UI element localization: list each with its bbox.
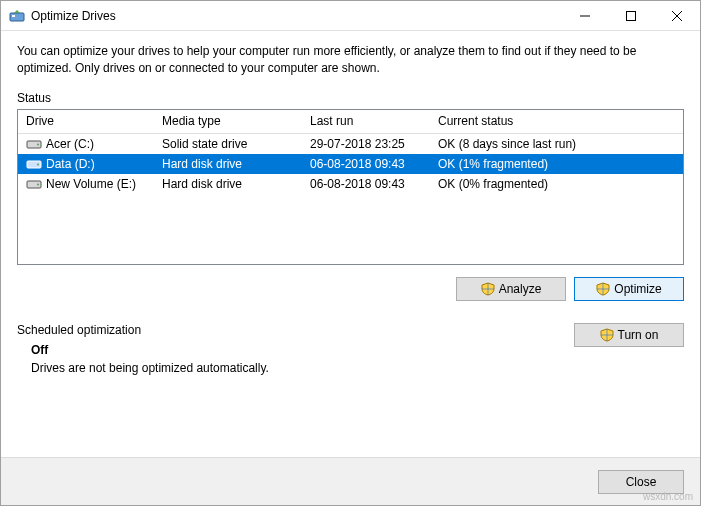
drives-list: Drive Media type Last run Current status… bbox=[17, 109, 684, 265]
shield-icon bbox=[600, 328, 614, 342]
svg-point-6 bbox=[37, 163, 39, 165]
drive-media: Solid state drive bbox=[154, 137, 302, 151]
drive-name: Acer (C:) bbox=[46, 137, 94, 151]
drive-status: OK (0% fragmented) bbox=[430, 177, 683, 191]
turn-on-button[interactable]: Turn on bbox=[574, 323, 684, 347]
intro-text: You can optimize your drives to help you… bbox=[17, 43, 684, 77]
schedule-label: Scheduled optimization bbox=[17, 323, 574, 337]
svg-point-8 bbox=[37, 183, 39, 185]
drive-icon bbox=[26, 138, 42, 150]
col-header-last[interactable]: Last run bbox=[302, 114, 430, 128]
drive-name: Data (D:) bbox=[46, 157, 95, 171]
table-row[interactable]: Data (D:)Hard disk drive06-08-2018 09:43… bbox=[18, 154, 683, 174]
analyze-button[interactable]: Analyze bbox=[456, 277, 566, 301]
analyze-label: Analyze bbox=[499, 282, 542, 296]
drive-icon bbox=[26, 178, 42, 190]
drive-lastrun: 29-07-2018 23:25 bbox=[302, 137, 430, 151]
drive-lastrun: 06-08-2018 09:43 bbox=[302, 177, 430, 191]
svg-point-4 bbox=[37, 143, 39, 145]
drive-icon bbox=[26, 158, 42, 170]
drive-media: Hard disk drive bbox=[154, 157, 302, 171]
status-label: Status bbox=[17, 91, 684, 105]
col-header-status[interactable]: Current status bbox=[430, 114, 683, 128]
list-body: Acer (C:)Solid state drive29-07-2018 23:… bbox=[18, 134, 683, 264]
drive-name: New Volume (E:) bbox=[46, 177, 136, 191]
turn-on-label: Turn on bbox=[618, 328, 659, 342]
action-buttons: Analyze Optimize bbox=[17, 277, 684, 301]
titlebar: Optimize Drives bbox=[1, 1, 700, 31]
shield-icon bbox=[481, 282, 495, 296]
drive-status: OK (8 days since last run) bbox=[430, 137, 683, 151]
close-button[interactable] bbox=[654, 1, 700, 31]
schedule-desc: Drives are not being optimized automatic… bbox=[31, 361, 574, 375]
shield-icon bbox=[596, 282, 610, 296]
optimize-label: Optimize bbox=[614, 282, 661, 296]
maximize-button[interactable] bbox=[608, 1, 654, 31]
schedule-state: Off bbox=[31, 343, 574, 357]
col-header-media[interactable]: Media type bbox=[154, 114, 302, 128]
footer: Close bbox=[1, 457, 700, 505]
minimize-button[interactable] bbox=[562, 1, 608, 31]
close-label: Close bbox=[626, 475, 657, 489]
svg-rect-2 bbox=[627, 11, 636, 20]
app-icon bbox=[9, 8, 25, 24]
window-title: Optimize Drives bbox=[31, 9, 116, 23]
schedule-section: Scheduled optimization Off Drives are no… bbox=[17, 323, 684, 375]
content-area: You can optimize your drives to help you… bbox=[1, 31, 700, 457]
drive-status: OK (1% fragmented) bbox=[430, 157, 683, 171]
optimize-button[interactable]: Optimize bbox=[574, 277, 684, 301]
svg-rect-1 bbox=[12, 15, 15, 17]
optimize-drives-window: Optimize Drives You can optimize your dr… bbox=[0, 0, 701, 506]
table-row[interactable]: New Volume (E:)Hard disk drive06-08-2018… bbox=[18, 174, 683, 194]
drive-lastrun: 06-08-2018 09:43 bbox=[302, 157, 430, 171]
list-header: Drive Media type Last run Current status bbox=[18, 110, 683, 134]
table-row[interactable]: Acer (C:)Solid state drive29-07-2018 23:… bbox=[18, 134, 683, 154]
col-header-drive[interactable]: Drive bbox=[18, 114, 154, 128]
close-dialog-button[interactable]: Close bbox=[598, 470, 684, 494]
watermark: wsxdn.com bbox=[643, 491, 693, 502]
drive-media: Hard disk drive bbox=[154, 177, 302, 191]
